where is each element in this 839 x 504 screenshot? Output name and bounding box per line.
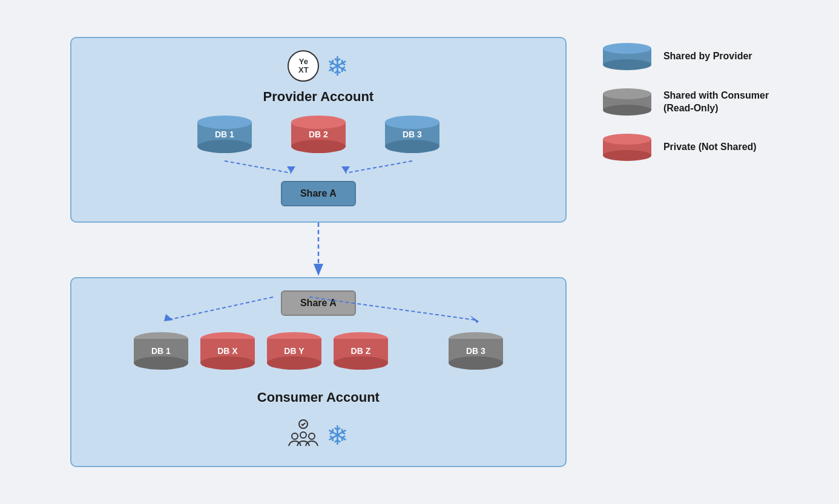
legend-blue-label: Shared by Provider (663, 50, 752, 63)
provider-title: Provider Account (263, 89, 374, 105)
svg-point-11 (292, 433, 298, 439)
consumer-dbx-label: DB X (217, 346, 237, 356)
provider-db1: DB 1 (197, 116, 252, 153)
legend: Shared by Provider Shared with Consumer … (603, 37, 769, 161)
provider-db3: DB 3 (385, 116, 439, 153)
legend-cyl-gray (603, 88, 651, 116)
provider-db2: DB 2 (291, 116, 346, 153)
provider-db1-label: DB 1 (215, 129, 234, 139)
provider-icons: YeXT ❄ (288, 50, 349, 82)
legend-item-blue: Shared by Provider (603, 43, 769, 70)
connector (312, 223, 324, 277)
consumer-dbz-label: DB Z (351, 346, 371, 356)
legend-item-red: Private (Not Shared) (603, 134, 769, 161)
yext-logo: YeXT (288, 50, 319, 82)
provider-share-label: Share A (281, 181, 356, 206)
svg-line-0 (225, 161, 291, 173)
main-container: YeXT ❄ Provider Account DB 1 (58, 25, 781, 479)
provider-inner: DB 1 DB 2 (90, 116, 547, 206)
svg-marker-5 (314, 264, 323, 276)
svg-marker-7 (164, 314, 173, 321)
legend-cyl-red (603, 134, 651, 161)
consumer-dby-label: DB Y (284, 346, 304, 356)
provider-share-box: Share A (281, 181, 356, 206)
provider-box: YeXT ❄ Provider Account DB 1 (70, 37, 567, 223)
consumer-snowflake-icon: ❄ (326, 420, 349, 451)
svg-marker-9 (470, 315, 479, 323)
legend-gray-label: Shared with Consumer (Read-Only) (663, 90, 769, 115)
legend-item-gray: Shared with Consumer (Read-Only) (603, 88, 769, 116)
provider-db2-label: DB 2 (309, 129, 328, 139)
consumer-db3-label: DB 3 (466, 346, 485, 356)
consumer-inner: Share A DB 1 (90, 290, 547, 384)
svg-point-13 (309, 433, 315, 439)
consumer-title: Consumer Account (257, 390, 380, 405)
legend-red-label: Private (Not Shared) (663, 141, 757, 154)
svg-marker-1 (287, 166, 295, 173)
provider-db3-label: DB 3 (403, 129, 422, 139)
connector-svg (312, 223, 324, 277)
consumer-box: Share A DB 1 (70, 277, 567, 467)
svg-line-8 (309, 297, 476, 320)
svg-line-6 (167, 297, 273, 320)
consumer-db1-label: DB 1 (151, 346, 171, 356)
svg-line-2 (346, 161, 412, 173)
consumer-icons-row: ❄ (288, 419, 349, 451)
svg-point-12 (300, 432, 306, 438)
consumer-group-icon (288, 419, 319, 451)
diagram-area: YeXT ❄ Provider Account DB 1 (70, 37, 567, 467)
svg-marker-3 (341, 166, 350, 173)
consumer-arrows-svg (131, 290, 506, 387)
legend-cyl-blue (603, 43, 651, 70)
snowflake-icon: ❄ (326, 51, 349, 82)
